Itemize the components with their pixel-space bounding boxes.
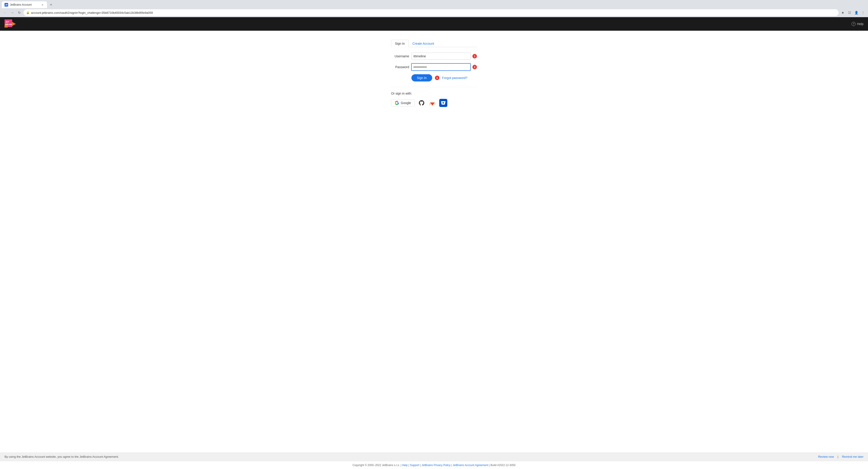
lock-icon: 🔒: [26, 11, 30, 14]
password-input[interactable]: [411, 63, 471, 71]
browser-nav-bar: ← → ↻ 🔒 ★ ☷ 👤 ⋮: [0, 8, 868, 17]
google-icon: [395, 101, 399, 105]
badge-2: 2: [472, 65, 477, 69]
footer-banner-text: By using the JetBrains Account website, …: [4, 455, 814, 458]
footer-support-link[interactable]: Support: [410, 464, 419, 467]
help-circle-icon: ?: [851, 22, 856, 26]
username-label: Username: [391, 55, 409, 58]
github-icon: [419, 100, 424, 106]
username-input[interactable]: [411, 53, 471, 60]
browser-tab-bar: JB JetBrains Account ✕ +: [0, 0, 868, 8]
tab-create-account[interactable]: Create Account: [409, 40, 438, 47]
back-button[interactable]: ←: [2, 9, 8, 16]
remind-later-link[interactable]: Remind me later: [842, 455, 864, 458]
svg-marker-4: [12, 22, 16, 26]
bitbucket-sign-in-button[interactable]: [439, 99, 447, 107]
address-bar[interactable]: [31, 11, 836, 14]
forgot-password-link[interactable]: Forgot password?: [442, 76, 467, 80]
bookmark-star-button[interactable]: ★: [840, 9, 846, 16]
footer-help-link[interactable]: Help: [402, 464, 408, 467]
jetbrains-logo: JET BRAINS: [4, 19, 16, 29]
address-bar-container: 🔒: [24, 9, 839, 16]
tab-close-button[interactable]: ✕: [41, 3, 44, 6]
tab-sign-in[interactable]: Sign In: [391, 40, 409, 47]
social-buttons: Google: [391, 99, 477, 107]
badge-3: 3: [435, 76, 439, 80]
login-card: Sign In Create Account Username 1 Passwo…: [391, 40, 477, 107]
password-label: Password: [391, 65, 409, 69]
main-content: Sign In Create Account Username 1 Passwo…: [0, 31, 868, 452]
bitbucket-icon: [441, 101, 445, 105]
google-sign-in-button[interactable]: Google: [391, 99, 415, 106]
password-row: Password 2: [391, 63, 477, 71]
reload-button[interactable]: ↻: [16, 9, 23, 16]
extensions-button[interactable]: ☷: [846, 9, 852, 16]
tab-favicon: JB: [4, 3, 8, 6]
help-button[interactable]: ? Help: [851, 22, 864, 26]
browser-actions: ★ ☷ 👤 ⋮: [840, 9, 866, 16]
footer-copyright: Copyright © 2000–2022 JetBrains s.r.o.: [352, 464, 400, 467]
menu-button[interactable]: ⋮: [860, 9, 866, 16]
sign-in-button[interactable]: Sign In: [411, 74, 432, 81]
password-input-wrapper: 2: [411, 63, 477, 71]
footer-build: Build #2022.12-3050: [491, 464, 516, 467]
svg-text:JET: JET: [5, 21, 9, 23]
section-divider: [391, 87, 477, 87]
review-now-link[interactable]: Review now: [818, 455, 834, 458]
badge-1: 1: [472, 54, 477, 59]
forward-button[interactable]: →: [9, 9, 16, 16]
social-section: Or sign in with: Google: [391, 92, 477, 107]
footer-banner: By using the JetBrains Account website, …: [0, 452, 868, 461]
browser-tab-active[interactable]: JB JetBrains Account ✕: [2, 1, 47, 8]
username-input-wrapper: 1: [411, 53, 477, 60]
sign-in-row: Sign In 3 Forgot password?: [391, 74, 477, 81]
new-tab-button[interactable]: +: [48, 2, 54, 8]
github-sign-in-button[interactable]: [417, 99, 426, 107]
app-header: JET BRAINS ? Help: [0, 17, 868, 31]
username-row: Username 1: [391, 53, 477, 60]
help-label: Help: [857, 22, 864, 26]
footer-agreement-link[interactable]: JetBrains Account Agreement: [453, 464, 488, 467]
footer-bottom: Copyright © 2000–2022 JetBrains s.r.o. |…: [0, 461, 868, 469]
google-label: Google: [401, 101, 411, 105]
tab-title: JetBrains Account: [10, 3, 39, 6]
footer-separator: |: [837, 455, 838, 458]
social-label: Or sign in with:: [391, 92, 477, 95]
logo-svg: JET BRAINS: [4, 19, 16, 29]
footer-privacy-link[interactable]: JetBrains Privacy Policy: [422, 464, 451, 467]
gitlab-sign-in-button[interactable]: [428, 99, 436, 107]
auth-tabs: Sign In Create Account: [391, 40, 477, 47]
gitlab-icon: [429, 100, 436, 106]
browser-chrome: JB JetBrains Account ✕ + ← → ↻ 🔒 ★ ☷ 👤 ⋮: [0, 0, 868, 17]
profile-button[interactable]: 👤: [853, 9, 860, 16]
